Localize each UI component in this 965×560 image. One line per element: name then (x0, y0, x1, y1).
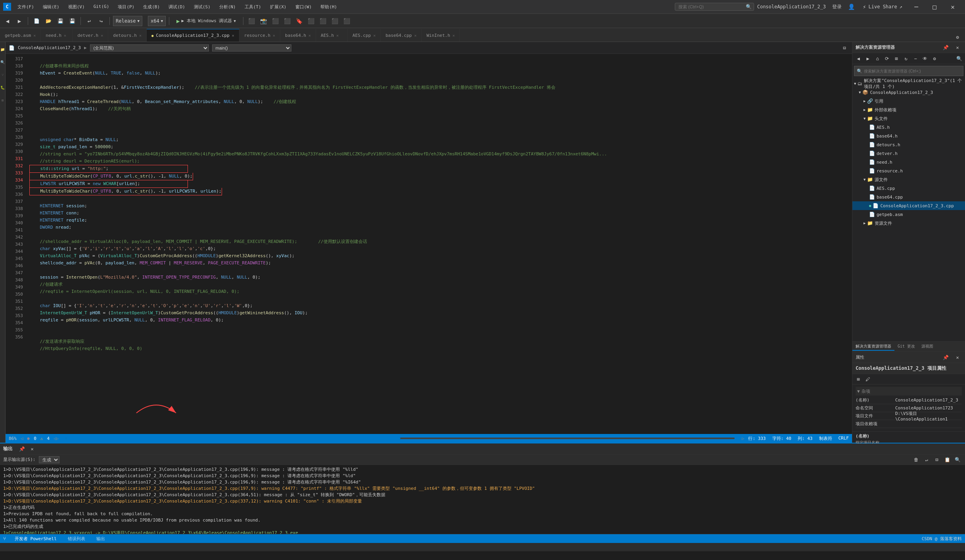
output-pin-button[interactable]: 📌 (17, 445, 26, 453)
tab-close-main-cpp[interactable]: ✕ (232, 33, 234, 38)
tree-getpebasm[interactable]: 📄 getpeb.asm (852, 210, 965, 219)
save-button[interactable]: 💾 (55, 16, 65, 26)
tab-base64h[interactable]: base64.h ✕ (280, 29, 316, 42)
output-clear-button[interactable]: 🗑 (912, 455, 921, 464)
open-button[interactable]: 📂 (43, 16, 54, 26)
back-button[interactable]: ◀ (2, 16, 13, 26)
activity-explorer[interactable]: 📁 (0, 44, 5, 55)
tab-base64cpp[interactable]: base64.cpp ✕ (381, 29, 421, 42)
debug-btn-8[interactable]: ⬛ (330, 16, 340, 26)
debug-btn-4[interactable]: ⬛ (282, 16, 293, 26)
tab-close-resource[interactable]: ✕ (273, 33, 275, 38)
se-search-button[interactable]: 🔍 (955, 54, 963, 63)
menu-analyze[interactable]: 分析(N) (215, 2, 240, 11)
tab-close-aescpp[interactable]: ✕ (373, 33, 375, 38)
bottom-tab-errors[interactable]: 错误列表 (65, 536, 88, 542)
menu-build[interactable]: 生成(B) (139, 2, 164, 11)
code-content[interactable]: //创建事件用来同步线程 hEvent = CreateEvent(NULL, … (26, 54, 852, 434)
tab-aescpp[interactable]: AES.cpp ✕ (348, 29, 381, 42)
menu-git[interactable]: Git(G) (90, 2, 113, 11)
menu-tools[interactable]: 工具(T) (241, 2, 265, 11)
debug-btn-3[interactable]: ⬛ (270, 16, 281, 26)
scope-selector[interactable]: (全局范围) (90, 44, 209, 52)
menu-extensions[interactable]: 扩展(X) (266, 2, 291, 11)
tab-close-base64h[interactable]: ✕ (308, 33, 311, 38)
activity-extensions[interactable]: ⊞ (0, 94, 5, 106)
menu-debug[interactable]: 调试(D) (165, 2, 189, 11)
close-button[interactable]: ✕ (944, 0, 962, 14)
tree-detverh[interactable]: 📄 detver.h (852, 149, 965, 158)
tab-close-winineth[interactable]: ✕ (452, 33, 455, 38)
tree-solution-root[interactable]: ▼ 🗂 解决方案"ConsoleApplication17_2_3"(1 个项目… (852, 79, 965, 88)
tab-aesh[interactable]: AES.h ✕ (316, 29, 348, 42)
menu-test[interactable]: 测试(S) (190, 2, 214, 11)
se-home-button[interactable]: ⌂ (873, 54, 882, 63)
se-tab-git-changes[interactable]: Git 更改 (894, 343, 918, 351)
debug-btn-9[interactable]: ⬛ (342, 16, 352, 26)
se-tab-solution-explorer[interactable]: 解决方案资源管理器 (852, 343, 894, 351)
tab-close-base64cpp[interactable]: ✕ (414, 33, 417, 38)
tree-resource-files[interactable]: ▶ 📁 资源文件 (852, 219, 965, 227)
tree-needh[interactable]: 📄 need.h (852, 158, 965, 166)
tab-main-cpp[interactable]: ● ConsoleApplication17_2_3.cpp ✕ (147, 29, 239, 42)
code-editor[interactable]: 317318319320321 322323324325326 32732832… (6, 54, 852, 434)
tab-detverh[interactable]: detver.h ✕ (73, 29, 108, 42)
tree-header-files[interactable]: ▼ 📁 头文件 (852, 114, 965, 123)
tab-winineth[interactable]: WinInet.h ✕ (422, 29, 460, 42)
run-button[interactable]: ▶ ▶ 本地 Windows 调试器 ▼ (172, 16, 240, 26)
se-show-all-button[interactable]: 👁 (921, 54, 929, 63)
tab-close-detoursh[interactable]: ✕ (139, 33, 142, 38)
props-pin-button[interactable]: 📌 (941, 353, 950, 362)
output-word-wrap-button[interactable]: ⊟ (932, 455, 941, 464)
props-btn-1[interactable]: ⊞ (854, 375, 863, 384)
menu-project[interactable]: 项目(P) (114, 2, 138, 11)
search-input[interactable] (675, 3, 754, 11)
split-editor-button[interactable]: ⊟ (840, 44, 849, 52)
tree-references[interactable]: ▶ 🔗 引用 (852, 97, 965, 105)
se-settings-button[interactable]: ⚙ (930, 54, 939, 63)
menu-window[interactable]: 窗口(W) (291, 2, 316, 11)
output-copy-button[interactable]: 📋 (943, 455, 952, 464)
live-share-button[interactable]: ⚡ Live Share ↗ (858, 4, 907, 10)
bottom-tab-powershell[interactable]: 开发者 PowerShell (12, 536, 59, 542)
forward-button[interactable]: ▶ (14, 16, 25, 26)
output-content[interactable]: 1>D:\VS项目\ConsoleApplication17_2_3\Conso… (0, 465, 965, 534)
tree-main-cpp[interactable]: ● 📄 ConsoleApplication17_2_3.cpp (852, 201, 965, 210)
tree-detoursh[interactable]: 📄 detours.h (852, 140, 965, 149)
tab-detoursh[interactable]: detours.h ✕ (108, 29, 147, 42)
output-find-button[interactable]: 🔍 (953, 455, 962, 464)
tree-external-deps[interactable]: ▶ 📁 外部依赖项 (852, 105, 965, 114)
function-selector[interactable]: main() (212, 44, 291, 52)
undo-button[interactable]: ↩ (84, 16, 94, 26)
bottom-tab-output[interactable]: 输出 (94, 536, 107, 542)
se-forward-button[interactable]: ▶ (864, 54, 872, 63)
tab-resourceh[interactable]: resource.h ✕ (239, 29, 280, 42)
debug-btn-6[interactable]: ⬛ (306, 16, 316, 26)
menu-help[interactable]: 帮助(H) (316, 2, 341, 11)
se-sync-button[interactable]: ⟳ (883, 54, 891, 63)
tab-settings-button[interactable]: ⚙ (953, 33, 962, 42)
tab-needh[interactable]: need.h ✕ (41, 29, 73, 42)
tree-base64h[interactable]: 📄 base64.h (852, 132, 965, 140)
minimize-button[interactable]: ─ (907, 0, 925, 14)
tab-getpeb[interactable]: getpeb.asm ✕ (0, 29, 41, 42)
tab-close-detverh[interactable]: ✕ (101, 33, 103, 38)
activity-debug[interactable]: 🐛 (0, 82, 5, 94)
tree-aesh[interactable]: 📄 AES.h (852, 123, 965, 132)
tab-close-getpeb[interactable]: ✕ (33, 33, 36, 38)
se-tab-source-view[interactable]: 源视图 (918, 343, 936, 351)
props-btn-2[interactable]: 🖊 (864, 375, 872, 384)
activity-search[interactable]: 🔍 (0, 56, 5, 68)
platform-dropdown[interactable]: x64 ▼ (148, 16, 166, 26)
output-wrap-button[interactable]: ↵ (922, 455, 931, 464)
new-project-button[interactable]: 📄 (31, 16, 42, 26)
se-filter-button[interactable]: ⊞ (892, 54, 901, 63)
menu-file[interactable]: 文件(F) (13, 2, 38, 11)
se-collapse-button[interactable]: − (911, 54, 920, 63)
config-dropdown[interactable]: Release ▼ (113, 16, 142, 26)
debug-btn-2[interactable]: 📸 (258, 16, 269, 26)
output-source-selector[interactable]: 生成 (39, 456, 59, 463)
save-all-button[interactable]: 💾 (67, 16, 77, 26)
menu-view[interactable]: 视图(V) (64, 2, 89, 11)
debug-btn-5[interactable]: 🔖 (294, 16, 304, 26)
